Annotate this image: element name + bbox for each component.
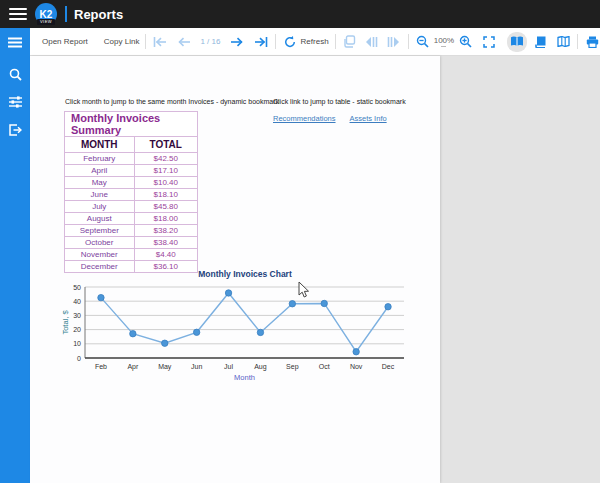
table-row: November$4.40	[65, 249, 198, 261]
parameters-icon[interactable]	[0, 88, 30, 116]
x-tick-label-jun[interactable]: Jun	[191, 363, 202, 370]
table-row: February$42.50	[65, 153, 198, 165]
zoom-level-value: 100%	[434, 36, 454, 45]
viewer-content-area: Click month to jump to the same month In…	[30, 56, 600, 483]
chevron-down-icon	[441, 46, 446, 48]
x-tick-label-dec[interactable]: Dec	[382, 363, 395, 370]
x-tick-label-aug[interactable]: Aug	[254, 363, 267, 371]
column-header-total: TOTAL	[134, 137, 198, 153]
zoom-level-dropdown[interactable]: 100%	[434, 36, 454, 48]
report-viewer-app: K2 VIEW Reports Open Report Copy Link 1	[0, 0, 600, 483]
month-cell-link[interactable]: August	[65, 213, 135, 225]
table-row: May$10.40	[65, 177, 198, 189]
x-tick-label-oct[interactable]: Oct	[319, 363, 330, 370]
month-cell-link[interactable]: June	[65, 189, 135, 201]
print-icon[interactable]	[584, 32, 600, 52]
design-document-icon[interactable]	[341, 32, 357, 52]
month-cell-link[interactable]: November	[65, 249, 135, 261]
data-point-aug[interactable]	[257, 329, 263, 335]
total-cell: $45.80	[134, 201, 198, 213]
data-point-dec[interactable]	[385, 304, 391, 310]
month-cell-link[interactable]: October	[65, 237, 135, 249]
viewer-toolbar: Open Report Copy Link 1 / 16 Refresh	[30, 28, 600, 56]
logo-subtext: VIEW	[37, 19, 55, 25]
expand-right-icon[interactable]	[386, 32, 402, 52]
toolbar-divider	[577, 34, 578, 49]
assets-info-link[interactable]: Assets Info	[350, 114, 387, 123]
recommendations-link[interactable]: Recommendations	[273, 114, 336, 123]
toolbar-divider	[275, 34, 276, 49]
month-cell-link[interactable]: July	[65, 201, 135, 213]
toolbar-divider	[145, 34, 146, 49]
month-cell-link[interactable]: May	[65, 177, 135, 189]
data-point-sep[interactable]	[289, 301, 295, 307]
search-icon[interactable]	[0, 60, 30, 88]
data-point-jul[interactable]	[225, 290, 231, 296]
table-row: April$17.10	[65, 165, 198, 177]
y-tick-label: 0	[77, 355, 81, 362]
total-cell: $42.50	[134, 153, 198, 165]
data-point-feb[interactable]	[98, 294, 104, 300]
y-tick-label: 20	[73, 326, 81, 333]
viewer-sidebar	[0, 28, 30, 483]
x-tick-label-nov[interactable]: Nov	[350, 363, 363, 370]
page-counter[interactable]: 1 / 16	[200, 37, 220, 46]
table-row: July$45.80	[65, 201, 198, 213]
next-page-icon[interactable]	[228, 32, 244, 52]
fullscreen-icon[interactable]	[481, 32, 497, 52]
previous-page-icon[interactable]	[176, 32, 192, 52]
toolbar-divider	[335, 34, 336, 49]
bookmark-links: Recommendations Assets Info	[273, 114, 387, 123]
continuous-view-icon[interactable]	[533, 32, 549, 52]
first-page-icon[interactable]	[152, 32, 168, 52]
sidebar-menu-icon[interactable]	[0, 28, 30, 56]
open-report-button[interactable]: Open Report	[42, 37, 88, 46]
single-page-view-icon[interactable]	[507, 32, 527, 52]
data-point-may[interactable]	[162, 340, 168, 346]
x-tick-label-may[interactable]: May	[158, 363, 172, 371]
data-point-apr[interactable]	[130, 331, 136, 337]
column-header-month: MONTH	[65, 137, 135, 153]
x-tick-label-jul[interactable]: Jul	[224, 363, 233, 370]
report-page: Click month to jump to the same month In…	[30, 56, 440, 483]
month-cell-link[interactable]: April	[65, 165, 135, 177]
app-menu-icon[interactable]	[9, 8, 27, 20]
last-page-icon[interactable]	[253, 32, 269, 52]
total-cell: $18.00	[134, 213, 198, 225]
month-cell-link[interactable]: February	[65, 153, 135, 165]
multiple-pages-view-icon[interactable]	[555, 32, 571, 52]
dynamic-bookmark-note: Click month to jump to the same month In…	[65, 98, 279, 105]
x-tick-label-feb[interactable]: Feb	[95, 363, 107, 370]
table-row: October$38.40	[65, 237, 198, 249]
data-point-nov[interactable]	[353, 349, 359, 355]
collapse-left-icon[interactable]	[364, 32, 380, 52]
table-row: August$18.00	[65, 213, 198, 225]
total-cell: $10.40	[134, 177, 198, 189]
app-header: K2 VIEW Reports	[0, 0, 600, 28]
table-row: June$18.10	[65, 189, 198, 201]
data-point-jun[interactable]	[193, 329, 199, 335]
refresh-button[interactable]: Refresh	[301, 37, 329, 46]
series-line	[101, 293, 388, 352]
month-cell-link[interactable]: September	[65, 225, 135, 237]
data-point-oct[interactable]	[321, 300, 327, 306]
x-tick-label-apr[interactable]: Apr	[127, 363, 139, 371]
export-icon[interactable]	[0, 116, 30, 144]
zoom-in-icon[interactable]	[457, 32, 473, 52]
y-tick-label: 30	[73, 312, 81, 319]
x-axis-label: Month	[234, 373, 255, 382]
zoom-out-icon[interactable]	[415, 32, 431, 52]
y-tick-label: 50	[73, 284, 81, 291]
copy-link-button[interactable]: Copy Link	[104, 37, 140, 46]
static-bookmark-note: Click link to jump to table - static boo…	[273, 98, 406, 105]
header-divider	[65, 6, 67, 22]
y-tick-label: 10	[73, 340, 81, 347]
page-title: Reports	[74, 7, 123, 22]
monthly-invoices-chart: 01020304050FebAprMayJunJulAugSepOctNovDe…	[60, 280, 445, 384]
toolbar-divider	[408, 34, 409, 49]
refresh-icon[interactable]	[282, 32, 298, 52]
table-title: Monthly Invoices Summary	[65, 112, 198, 137]
total-cell: $17.10	[134, 165, 198, 177]
total-cell: $38.40	[134, 237, 198, 249]
x-tick-label-sep[interactable]: Sep	[286, 363, 299, 371]
